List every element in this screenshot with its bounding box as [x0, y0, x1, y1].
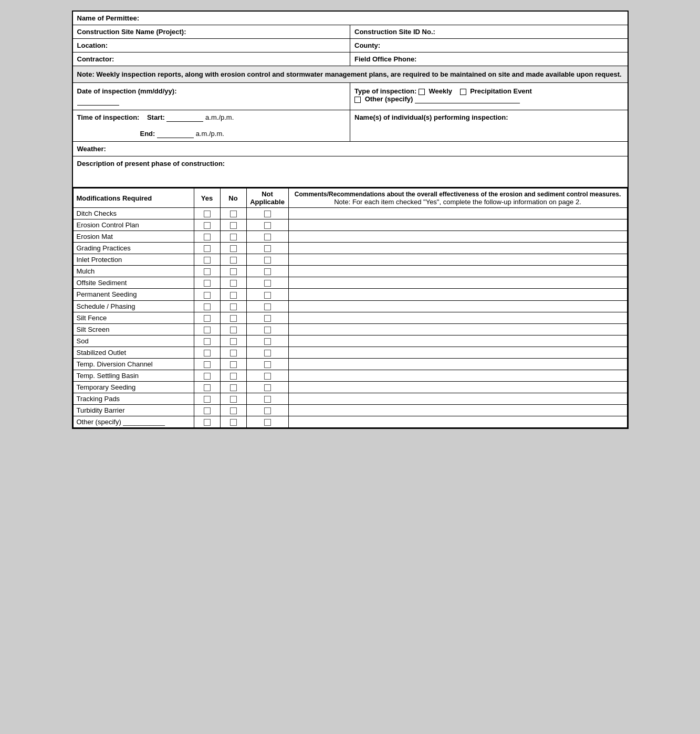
yes-checkbox[interactable] [204, 407, 211, 414]
other-checkbox[interactable] [354, 97, 361, 103]
yes-checkbox[interactable] [204, 303, 211, 310]
yes-checkbox[interactable] [204, 373, 211, 380]
checklist-row: Silt Screen [73, 323, 627, 335]
na-checkbox[interactable] [264, 303, 271, 310]
comments-cell [288, 277, 627, 289]
yes-checkbox[interactable] [204, 257, 211, 264]
yes-checkbox[interactable] [204, 222, 211, 229]
yes-checkbox[interactable] [204, 338, 211, 345]
date-left: Date of inspection (mm/dd/yy): [73, 83, 351, 110]
na-checkbox[interactable] [264, 407, 271, 414]
na-checkbox[interactable] [264, 315, 271, 322]
na-checkbox[interactable] [264, 338, 271, 345]
type-label: Type of inspection: [354, 87, 416, 95]
yes-checkbox[interactable] [204, 384, 211, 391]
checklist-header: Modifications Required Yes No Not Applic… [73, 188, 627, 208]
checklist-row: Temporary Seeding [73, 381, 627, 393]
checklist-item-label: Temp. Settling Basin [73, 370, 194, 381]
na-cell [246, 323, 288, 335]
no-checkbox[interactable] [230, 419, 237, 426]
no-checkbox[interactable] [230, 396, 237, 403]
na-checkbox[interactable] [264, 257, 271, 264]
no-checkbox[interactable] [230, 315, 237, 322]
na-checkbox[interactable] [264, 234, 271, 240]
no-checkbox[interactable] [230, 280, 237, 287]
checklist-item-label: Silt Fence [73, 312, 194, 323]
yes-checkbox[interactable] [204, 315, 211, 322]
na-checkbox[interactable] [264, 211, 271, 217]
na-checkbox[interactable] [264, 396, 271, 403]
no-checkbox[interactable] [230, 361, 237, 368]
checklist-item-label: Erosion Mat [73, 231, 194, 243]
yes-checkbox[interactable] [204, 245, 211, 252]
yes-checkbox[interactable] [204, 211, 211, 217]
location-row: Location: County: [73, 39, 628, 53]
contractor-row: Contractor: Field Office Phone: [73, 53, 628, 66]
checklist-item-label: Mulch [73, 266, 194, 277]
no-checkbox[interactable] [230, 234, 237, 240]
na-cell [246, 370, 288, 381]
no-checkbox[interactable] [230, 303, 237, 310]
na-checkbox[interactable] [264, 327, 271, 333]
comments-cell [288, 300, 627, 312]
yes-cell [194, 347, 220, 358]
no-checkbox[interactable] [230, 373, 237, 380]
na-checkbox[interactable] [264, 268, 271, 275]
date-label: Date of inspection (mm/dd/yy): [77, 87, 346, 95]
header-modifications: Modifications Required [73, 188, 194, 208]
permittee-cell: Name of Permittee: [73, 12, 628, 25]
yes-cell [194, 312, 220, 323]
no-checkbox[interactable] [230, 327, 237, 333]
yes-checkbox[interactable] [204, 280, 211, 287]
county-label: County: [354, 41, 380, 49]
no-checkbox[interactable] [230, 268, 237, 275]
yes-checkbox[interactable] [204, 396, 211, 403]
weekly-label: Weekly [429, 87, 452, 95]
comments-cell [288, 347, 627, 358]
no-cell [220, 254, 246, 266]
comments-cell [288, 381, 627, 393]
time-label: Time of inspection: [77, 113, 140, 121]
no-cell [220, 405, 246, 416]
na-checkbox[interactable] [264, 384, 271, 391]
yes-checkbox[interactable] [204, 292, 211, 299]
yes-checkbox[interactable] [204, 268, 211, 275]
yes-checkbox[interactable] [204, 350, 211, 356]
na-checkbox[interactable] [264, 419, 271, 426]
no-cell [220, 312, 246, 323]
no-checkbox[interactable] [230, 350, 237, 356]
no-checkbox[interactable] [230, 384, 237, 391]
phone-label: Field Office Phone: [354, 55, 416, 63]
weather-row: Weather: [73, 142, 628, 156]
note-text: Note: Weekly inspection reports, along w… [77, 70, 622, 78]
checklist-row: Temp. Diversion Channel [73, 358, 627, 370]
description-row: Description of present phase of construc… [73, 156, 628, 188]
checklist-row: Sod [73, 335, 627, 347]
no-checkbox[interactable] [230, 222, 237, 229]
no-checkbox[interactable] [230, 407, 237, 414]
no-checkbox[interactable] [230, 245, 237, 252]
comments-cell [288, 208, 627, 219]
na-checkbox[interactable] [264, 350, 271, 356]
no-cell [220, 289, 246, 300]
yes-checkbox[interactable] [204, 419, 211, 426]
weekly-checkbox[interactable] [419, 89, 425, 95]
na-checkbox[interactable] [264, 373, 271, 380]
yes-checkbox[interactable] [204, 327, 211, 333]
precip-label: Precipitation Event [470, 87, 532, 95]
na-checkbox[interactable] [264, 222, 271, 229]
no-checkbox[interactable] [230, 292, 237, 299]
yes-checkbox[interactable] [204, 234, 211, 240]
yes-cell [194, 358, 220, 370]
na-checkbox[interactable] [264, 245, 271, 252]
no-checkbox[interactable] [230, 338, 237, 345]
na-checkbox[interactable] [264, 280, 271, 287]
na-cell [246, 347, 288, 358]
na-cell [246, 416, 288, 428]
na-checkbox[interactable] [264, 361, 271, 368]
yes-checkbox[interactable] [204, 361, 211, 368]
no-checkbox[interactable] [230, 257, 237, 264]
na-checkbox[interactable] [264, 292, 271, 299]
no-checkbox[interactable] [230, 211, 237, 217]
precip-checkbox[interactable] [460, 89, 466, 95]
